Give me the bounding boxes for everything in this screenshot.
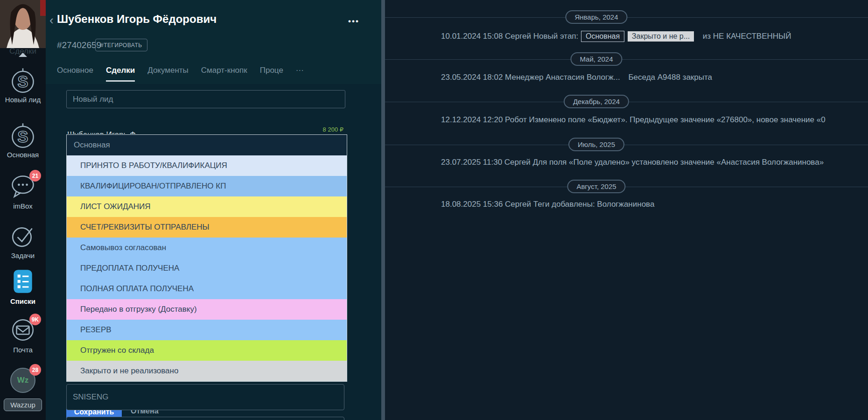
event-date: 12.12.2024 12:20	[441, 115, 503, 124]
avatar[interactable]	[0, 0, 46, 48]
imbox-badge: 21	[29, 170, 41, 182]
tab-main[interactable]: Основное	[57, 66, 93, 82]
event-suffix: Беседа А9488 закрыта	[628, 73, 712, 82]
pipeline-select-header[interactable]: Основная	[67, 135, 347, 155]
event-date: 23.05.2024 18:02	[441, 73, 503, 82]
pipeline-dollar-icon: S	[8, 120, 37, 149]
timeline-event: 18.08.2025 15:36 Сергей Теги добавлены: …	[441, 200, 654, 209]
contact-card: ‹ Шубенков Игорь Фёдорович ••• #27402659…	[46, 0, 381, 420]
event-text: Новый этап:	[533, 32, 578, 41]
event-suffix: из НЕ КАЧЕСТВЕННЫЙ	[703, 32, 791, 41]
event-text: Теги добавлены: Вологжанинова	[533, 200, 655, 209]
bottom-field-box[interactable]	[66, 417, 344, 420]
sidebar-item-label: Списки	[10, 297, 35, 305]
mail-badge: 9K	[29, 314, 41, 325]
timeline-divider-line	[385, 59, 868, 60]
tab-processes[interactable]: Проце	[260, 66, 283, 82]
sidebar-item-label: Почта	[13, 346, 33, 354]
tab-smart-buttons[interactable]: Смарт-кнопк	[201, 66, 247, 82]
event-author: Менеджер	[505, 73, 543, 82]
entity-id: #27402659	[57, 40, 101, 50]
timeline-panel: Январь, 2024 10.01.2024 15:08 Сергей Нов…	[385, 0, 868, 420]
tab-documents[interactable]: Документы	[147, 66, 189, 82]
pipeline-stage-option[interactable]: ПОЛНАЯ ОПЛАТА ПОЛУЧЕНА	[67, 279, 347, 299]
wazzup-badge: 28	[29, 364, 41, 376]
pipeline-chip: Основная	[581, 31, 624, 42]
sidebar-item-mail[interactable]: 9K Почта	[0, 315, 46, 354]
event-date: 10.01.2024 15:08	[441, 32, 503, 41]
contact-name: Шубенков Игорь Фёдорович	[57, 13, 217, 26]
check-circle-icon	[8, 221, 37, 250]
timeline-divider-line	[385, 187, 868, 187]
event-date: 23.07.2025 11:30	[441, 158, 502, 167]
svg-text:S: S	[18, 128, 28, 146]
sidebar-item-imbox[interactable]: 21 imBox	[0, 172, 46, 210]
card-menu-kebab-icon[interactable]: •••	[348, 17, 359, 26]
svg-text:S: S	[18, 73, 28, 91]
panel-scrollbar[interactable]	[381, 0, 385, 420]
sidebar-item-label: Новый лид	[5, 96, 41, 104]
pipeline-dropdown: Основная ПРИНЯТО В РАБОТУ/КВАЛИФИКАЦИЯ К…	[66, 134, 347, 382]
timeline-period-badge: Август, 2025	[567, 180, 625, 193]
chat-dots-icon: 21	[8, 172, 37, 201]
pipeline-stage-option[interactable]: Закрыто и не реализовано	[67, 361, 347, 381]
tag-search-input[interactable]	[66, 384, 344, 410]
sidebar-item-lists[interactable]: Списки	[0, 267, 46, 305]
sidebar-section-deals[interactable]: Сделки	[0, 47, 46, 61]
mail-icon: 9K	[8, 315, 37, 344]
crm-screen: Сделки S Новый лид S Основная	[0, 0, 868, 420]
timeline-period-badge: Июль, 2025	[568, 138, 624, 151]
deal-row-name: Шубенков Игорь Ф	[67, 130, 136, 134]
tabs-more-icon[interactable]: ···	[296, 66, 304, 82]
event-text: Для поля «Поле удалено» установлено знач…	[533, 158, 824, 167]
timeline-event: 23.07.2025 11:30 Сергей Для поля «Поле у…	[441, 158, 824, 167]
timeline-event: 23.05.2024 18:02 Менеджер Анастасия Воло…	[441, 73, 712, 82]
deal-row-price: 8 200 ₽	[323, 126, 343, 133]
pipeline-stage-option[interactable]: ПРЕДОПЛАТА ПОЛУЧЕНА	[67, 258, 347, 279]
tab-deals[interactable]: Сделки	[106, 66, 135, 82]
sidebar-item-label: Основная	[7, 151, 39, 159]
event-text: Изменено поле «Бюджет». Предыдущее значе…	[529, 115, 825, 124]
tag-button[interactable]: #ТЕГИРОВАТЬ	[95, 39, 147, 51]
sidebar-item-label: imBox	[13, 202, 33, 210]
pipeline-dollar-icon: S	[8, 65, 37, 94]
event-author: Сергей	[504, 158, 531, 167]
timeline-event: 12.12.2024 12:20 Робот Изменено поле «Бю…	[441, 115, 826, 125]
sidebar-item-label: Задачи	[11, 252, 35, 259]
wazzup-button[interactable]: Wazzup	[4, 399, 42, 411]
event-text: Анастасия Вологж...	[546, 73, 620, 82]
avatar-photo	[0, 0, 46, 48]
sidebar-item-main-pipeline[interactable]: S Основная	[0, 120, 46, 159]
pipeline-stage-option[interactable]: КВАЛИФИЦИРОВАН/ОТПРАВЛЕНО КП	[67, 176, 347, 196]
stage-chip: Закрыто и не р...	[628, 31, 694, 42]
timeline-period-badge: Декабрь, 2024	[564, 95, 629, 108]
event-date: 18.08.2025 15:36	[441, 200, 503, 209]
lists-icon	[8, 267, 37, 296]
event-author: Сергей	[505, 200, 531, 209]
sidebar-item-tasks[interactable]: Задачи	[0, 221, 46, 259]
back-button[interactable]: ‹	[49, 13, 54, 28]
timeline-event: 10.01.2024 15:08 Сергей Новый этап: Осно…	[441, 31, 791, 42]
pipeline-stage-option[interactable]: Передано в отгрузку (Доставку)	[67, 299, 347, 320]
pipeline-stage-option[interactable]: ЛИСТ ОЖИДАНИЯ	[67, 196, 347, 217]
event-author: Сергей	[505, 32, 531, 41]
pipeline-stage-option[interactable]: СЧЕТ/РЕКВИЗИТЫ ОТПРАВЛЕНЫ	[67, 217, 347, 238]
pipeline-stage-option[interactable]: РЕЗЕРВ	[67, 320, 347, 340]
timeline-divider-line	[385, 145, 868, 145]
new-lead-input[interactable]	[66, 90, 345, 108]
pipeline-stage-option[interactable]: ПРИНЯТО В РАБОТУ/КВАЛИФИКАЦИЯ	[67, 155, 347, 176]
card-tabs: Основное Сделки Документы Смарт-кнопк Пр…	[57, 66, 304, 82]
sidebar-item-wazzup[interactable]: Wz 28 Wazzup	[0, 366, 46, 411]
timeline-period-badge: Май, 2024	[570, 52, 622, 66]
sidebar-item-new-lead[interactable]: S Новый лид	[0, 65, 46, 104]
pipeline-stage-option[interactable]: Отгружен со склада	[67, 340, 347, 361]
sidebar: Сделки S Новый лид S Основная	[0, 0, 46, 420]
deal-row-occluded[interactable]: Шубенков Игорь Ф 8 200 ₽	[66, 126, 346, 134]
caret-up-icon	[19, 53, 27, 57]
event-author: Робот	[505, 115, 527, 124]
wz-icon: Wz 28	[8, 366, 37, 395]
pipeline-stage-option[interactable]: Самовывоз согласован	[67, 238, 347, 258]
timeline-period-badge: Январь, 2024	[565, 10, 627, 24]
